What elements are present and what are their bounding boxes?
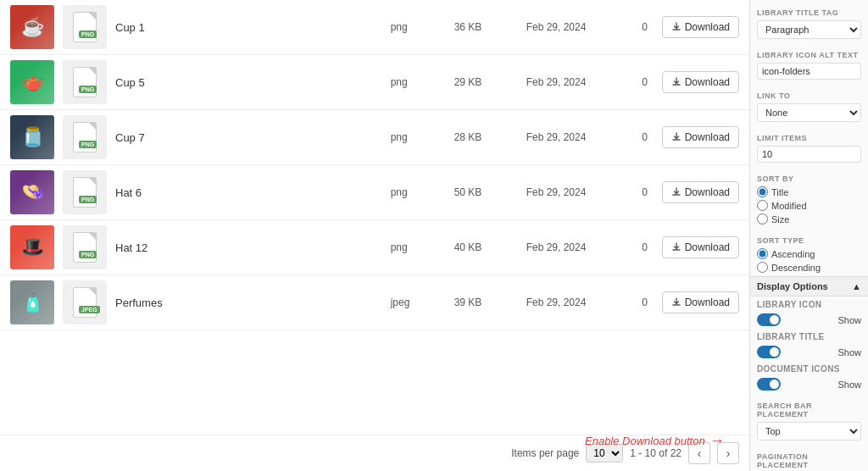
table-row: 🧴JPEGPerfumes jpeg 39 KB Feb 29, 2024 0 … [0, 275, 749, 330]
pagination-placement-label: PAGINATION PLACEMENT [757, 452, 861, 469]
file-doc-icon: PNG [63, 60, 107, 104]
sort-by-title[interactable]: Title [757, 186, 861, 197]
file-size: 36 KB [454, 21, 492, 33]
link-to-section: LINK TO None [750, 83, 868, 125]
file-meta: jpeg 39 KB Feb 29, 2024 0 [391, 296, 654, 308]
file-size: 50 KB [454, 186, 492, 198]
file-date: Feb 29, 2024 [526, 186, 603, 198]
file-thumbnail: ☕ [10, 5, 54, 49]
file-meta: png 28 KB Feb 29, 2024 0 [391, 131, 654, 143]
file-num: 0 [637, 241, 654, 253]
items-per-page-select[interactable]: 10 20 50 [586, 444, 623, 463]
file-num: 0 [637, 131, 654, 143]
document-icons-section-label: DOCUMENT ICONS [750, 361, 868, 375]
limit-items-label: LIMIT ITEMS [757, 134, 861, 142]
file-name: Hat 12 [115, 241, 382, 254]
file-name: Cup 5 [115, 76, 382, 89]
collapse-icon: ▲ [852, 281, 861, 291]
file-type: png [391, 131, 420, 143]
file-name: Cup 1 [115, 21, 382, 34]
file-num: 0 [637, 76, 654, 88]
document-icons-toggle[interactable] [757, 378, 781, 391]
sort-by-label: SORT BY [757, 175, 861, 183]
link-to-label: LINK TO [757, 91, 861, 100]
sort-type-descending[interactable]: Descending [757, 262, 861, 273]
table-row: 🫖PNGCup 5 png 29 KB Feb 29, 2024 0 Downl… [0, 55, 749, 110]
next-page-button[interactable]: › [717, 442, 739, 464]
file-type: png [391, 186, 420, 198]
file-thumbnail: 🧴 [10, 280, 54, 324]
table-row: ☕PNGCup 1 png 36 KB Feb 29, 2024 0 Downl… [0, 0, 749, 55]
file-name: Cup 7 [115, 131, 382, 144]
table-row: 🎩PNGHat 12 png 40 KB Feb 29, 2024 0 Down… [0, 220, 749, 275]
file-doc-icon: PNG [63, 170, 107, 214]
table-row: 👒PNGHat 6 png 50 KB Feb 29, 2024 0 Downl… [0, 165, 749, 220]
download-icon [671, 22, 682, 32]
search-bar-placement-select[interactable]: TopBottomNone [757, 422, 861, 441]
file-num: 0 [637, 186, 654, 198]
download-icon [671, 77, 682, 87]
library-icon-alt-label: LIBRARY ICON ALT TEXT [757, 51, 861, 59]
file-name: Hat 6 [115, 186, 382, 199]
library-title-section-label: LIBRARY TITLE [750, 329, 868, 343]
download-icon [671, 187, 682, 197]
file-doc-icon: PNG [63, 5, 107, 49]
document-icons-show-label: Show [837, 380, 861, 390]
file-type: png [391, 21, 420, 33]
download-icon [671, 242, 682, 252]
sort-type-ascending[interactable]: Ascending [757, 248, 861, 259]
library-icon-toggle[interactable] [757, 313, 781, 326]
file-num: 0 [637, 21, 654, 33]
file-meta: png 36 KB Feb 29, 2024 0 [391, 21, 654, 33]
library-icon-show-label: Show [837, 315, 861, 325]
download-icon [671, 297, 682, 308]
file-type: png [391, 76, 420, 88]
library-title-toggle-row: Show [750, 343, 868, 361]
library-title-toggle[interactable] [757, 346, 781, 358]
library-title-tag-select[interactable]: Paragraph H1H2H3 [757, 20, 861, 39]
library-icon-toggle-row: Show [750, 311, 868, 329]
file-size: 39 KB [454, 296, 492, 308]
settings-sidebar: LIBRARY TITLE TAG Paragraph H1H2H3 LIBRA… [749, 0, 868, 471]
download-button[interactable]: Download [662, 126, 739, 148]
sort-by-radio-group: Title Modified Size [757, 186, 861, 224]
sort-by-section: SORT BY Title Modified Size [750, 166, 868, 228]
file-thumbnail: 🎩 [10, 225, 54, 269]
search-bar-placement-section: SEARCH BAR PLACEMENT TopBottomNone [750, 393, 868, 444]
limit-items-input[interactable] [757, 146, 861, 163]
file-size: 29 KB [454, 76, 492, 88]
download-button[interactable]: Download [662, 181, 739, 203]
file-type: png [391, 241, 420, 253]
file-doc-icon: PNG [63, 115, 107, 159]
prev-page-button[interactable]: ‹ [688, 442, 710, 464]
sort-by-modified[interactable]: Modified [757, 200, 861, 211]
library-title-tag-section: LIBRARY TITLE TAG Paragraph H1H2H3 [750, 0, 868, 42]
download-button[interactable]: Download [662, 236, 739, 258]
file-list: ☕PNGCup 1 png 36 KB Feb 29, 2024 0 Downl… [0, 0, 749, 435]
link-to-select[interactable]: None [757, 103, 861, 122]
download-button[interactable]: Download [662, 291, 739, 313]
file-thumbnail: 🫙 [10, 115, 54, 159]
file-doc-icon: PNG [63, 225, 107, 269]
search-bar-placement-label: SEARCH BAR PLACEMENT [757, 402, 861, 418]
library-icon-alt-input[interactable] [757, 63, 861, 80]
document-icons-toggle-row: Show [750, 375, 868, 393]
download-button[interactable]: Download [662, 71, 739, 93]
file-date: Feb 29, 2024 [526, 241, 603, 253]
file-date: Feb 29, 2024 [526, 21, 603, 33]
file-date: Feb 29, 2024 [526, 76, 603, 88]
display-options-header[interactable]: Display Options ▲ [750, 276, 868, 296]
sort-type-label: SORT TYPE [757, 236, 861, 245]
file-thumbnail: 👒 [10, 170, 54, 214]
file-size: 28 KB [454, 131, 492, 143]
table-row: 🫙PNGCup 7 png 28 KB Feb 29, 2024 0 Downl… [0, 110, 749, 165]
sort-type-section: SORT TYPE Ascending Descending [750, 228, 868, 276]
pagination-bar: Items per page 10 20 50 1 - 10 of 22 ‹ › [0, 435, 749, 471]
download-icon [671, 132, 682, 142]
items-per-page-label: Items per page [511, 447, 579, 459]
pagination-range: 1 - 10 of 22 [630, 447, 682, 459]
library-title-tag-label: LIBRARY TITLE TAG [757, 8, 861, 17]
file-type: jpeg [391, 296, 420, 308]
sort-by-size[interactable]: Size [757, 213, 861, 224]
download-button[interactable]: Download [662, 16, 739, 38]
